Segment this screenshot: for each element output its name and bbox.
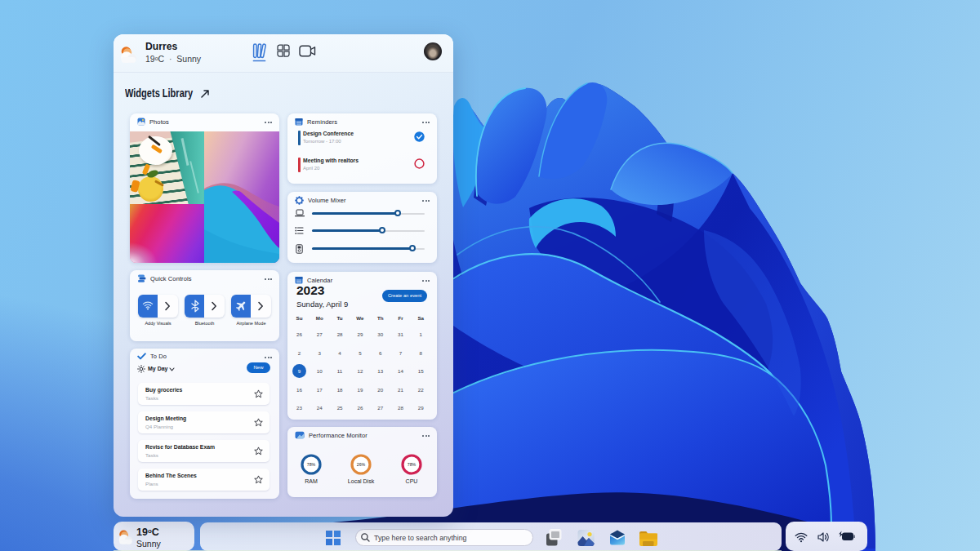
svg-text:78%: 78%: [408, 462, 416, 467]
svg-text:78%: 78%: [307, 462, 316, 467]
svg-text:26%: 26%: [357, 462, 366, 467]
